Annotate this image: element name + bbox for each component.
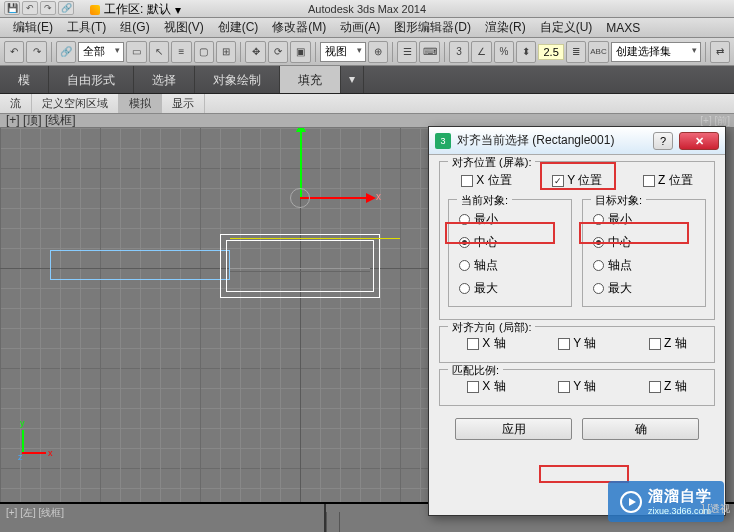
frame-label[interactable]: 2.5 bbox=[538, 44, 563, 60]
redo-icon[interactable]: ↷ bbox=[26, 41, 46, 63]
nameselset-icon[interactable]: ≣ bbox=[566, 41, 586, 63]
subtab-display[interactable]: 显示 bbox=[162, 94, 205, 113]
menu-maxscript[interactable]: MAXS bbox=[599, 19, 647, 37]
check-scale-z[interactable]: Z 轴 bbox=[649, 378, 687, 395]
menu-group[interactable]: 组(G) bbox=[113, 17, 156, 38]
radio-current-pivot[interactable]: 轴点 bbox=[459, 254, 561, 277]
qat-undo-icon[interactable]: ↶ bbox=[22, 1, 38, 15]
radio-target-max[interactable]: 最大 bbox=[593, 277, 695, 300]
help-button[interactable]: ? bbox=[653, 132, 673, 150]
ribbon-expand-icon[interactable]: ▾ bbox=[341, 66, 364, 93]
radio-current-max[interactable]: 最大 bbox=[459, 277, 561, 300]
gizmo-x-axis[interactable] bbox=[300, 197, 370, 199]
radio-current-center[interactable]: 中心 bbox=[459, 231, 561, 254]
separator bbox=[315, 42, 316, 62]
cursor-icon[interactable]: ↖ bbox=[149, 41, 169, 63]
object-edge bbox=[230, 268, 370, 272]
radio-current-min[interactable]: 最小 bbox=[459, 208, 561, 231]
link-icon[interactable]: 🔗 bbox=[56, 41, 76, 63]
axis-tripod: y x z bbox=[14, 422, 54, 462]
subtab-flow[interactable]: 流 bbox=[0, 94, 32, 113]
menu-customize[interactable]: 自定义(U) bbox=[533, 17, 600, 38]
group-title-position: 对齐位置 (屏幕): bbox=[448, 155, 535, 170]
menu-graph[interactable]: 图形编辑器(D) bbox=[387, 17, 478, 38]
subgroup-title: 目标对象: bbox=[591, 193, 646, 208]
subgroup-current: 当前对象: 最小 中心 轴点 最大 bbox=[448, 199, 572, 307]
rotate-icon[interactable]: ⟳ bbox=[268, 41, 288, 63]
pivot-icon[interactable]: ⊕ bbox=[368, 41, 388, 63]
check-orient-z[interactable]: Z 轴 bbox=[649, 335, 687, 352]
manip-icon[interactable]: ☰ bbox=[397, 41, 417, 63]
sub-ribbon: 流 定义空闲区域 模拟 显示 bbox=[0, 94, 734, 114]
radio-icon bbox=[459, 260, 470, 271]
radio-target-pivot[interactable]: 轴点 bbox=[593, 254, 695, 277]
workspace-icon bbox=[90, 5, 100, 15]
gizmo-origin[interactable] bbox=[290, 188, 310, 208]
select-rect-icon[interactable]: ▢ bbox=[194, 41, 214, 63]
viewport-label-persp[interactable]: ] [透视 bbox=[702, 502, 730, 516]
check-orient-y[interactable]: Y 轴 bbox=[558, 335, 596, 352]
check-z-position[interactable]: Z 位置 bbox=[643, 172, 693, 189]
psnap-icon[interactable]: % bbox=[494, 41, 514, 63]
group-align-position: 对齐位置 (屏幕): X 位置 ✓ Y 位置 Z 位置 bbox=[439, 161, 715, 320]
check-label: Z 轴 bbox=[664, 378, 687, 395]
window-crossing-icon[interactable]: ⊞ bbox=[216, 41, 236, 63]
radio-target-center[interactable]: 中心 bbox=[593, 231, 695, 254]
check-x-position[interactable]: X 位置 bbox=[461, 172, 511, 189]
abc-icon[interactable]: ABC bbox=[588, 41, 608, 63]
radio-target-min[interactable]: 最小 bbox=[593, 208, 695, 231]
menu-modifiers[interactable]: 修改器(M) bbox=[265, 17, 333, 38]
menu-animation[interactable]: 动画(A) bbox=[333, 17, 387, 38]
object-selected[interactable] bbox=[50, 250, 230, 280]
ribbon-tab-freeform[interactable]: 自由形式 bbox=[49, 66, 134, 93]
ok-button[interactable]: 确 bbox=[582, 418, 699, 440]
subtab-simulate[interactable]: 模拟 bbox=[119, 94, 162, 113]
snap-icon[interactable]: 3 bbox=[449, 41, 469, 63]
check-label: Y 轴 bbox=[573, 335, 596, 352]
menu-render[interactable]: 渲染(R) bbox=[478, 17, 533, 38]
filter-combo[interactable]: 全部 bbox=[78, 42, 124, 62]
check-label: Z 轴 bbox=[664, 335, 687, 352]
radio-label: 最小 bbox=[608, 211, 632, 228]
keymode-icon[interactable]: ⌨ bbox=[419, 41, 439, 63]
move-icon[interactable]: ✥ bbox=[245, 41, 265, 63]
selectionset-combo[interactable]: 创建选择集 bbox=[611, 42, 701, 62]
checkbox-icon bbox=[649, 381, 661, 393]
checkbox-icon: ✓ bbox=[552, 175, 564, 187]
asnap-icon[interactable]: ∠ bbox=[471, 41, 491, 63]
ribbon-tab-selection[interactable]: 选择 bbox=[134, 66, 195, 93]
menu-create[interactable]: 创建(C) bbox=[211, 17, 266, 38]
separator bbox=[51, 42, 52, 62]
menu-tools[interactable]: 工具(T) bbox=[60, 17, 113, 38]
menu-edit[interactable]: 编辑(E) bbox=[6, 17, 60, 38]
undo-icon[interactable]: ↶ bbox=[4, 41, 24, 63]
select-name-icon[interactable]: ≡ bbox=[171, 41, 191, 63]
check-y-position[interactable]: ✓ Y 位置 bbox=[552, 172, 602, 189]
menu-view[interactable]: 视图(V) bbox=[157, 17, 211, 38]
ribbon-tab-populate[interactable]: 填充 bbox=[280, 66, 341, 93]
apply-button[interactable]: 应用 bbox=[455, 418, 572, 440]
check-label: Z 位置 bbox=[658, 172, 693, 189]
ribbon-tab-modeling[interactable]: 模 bbox=[0, 66, 49, 93]
qat-link-icon[interactable]: 🔗 bbox=[58, 1, 74, 15]
qat-save-icon[interactable]: 💾 bbox=[4, 1, 20, 15]
close-button[interactable]: ✕ bbox=[679, 132, 719, 150]
viewport-label-top[interactable]: [+] [顶] [线框] bbox=[6, 112, 76, 129]
workspace-switcher[interactable]: 工作区: 默认 ▾ bbox=[90, 1, 181, 18]
select-icon[interactable]: ▭ bbox=[126, 41, 146, 63]
ribbon-tab-objpaint[interactable]: 对象绘制 bbox=[195, 66, 280, 93]
refcoord-combo[interactable]: 视图 bbox=[320, 42, 366, 62]
check-scale-y[interactable]: Y 轴 bbox=[558, 378, 596, 395]
quick-access-toolbar: 💾 ↶ ↷ 🔗 bbox=[0, 0, 78, 16]
mirror-icon[interactable]: ⇄ bbox=[710, 41, 730, 63]
check-scale-x[interactable]: X 轴 bbox=[467, 378, 505, 395]
subtab-idle[interactable]: 定义空闲区域 bbox=[32, 94, 119, 113]
qat-redo-icon[interactable]: ↷ bbox=[40, 1, 56, 15]
spinner-snap-icon[interactable]: ⬍ bbox=[516, 41, 536, 63]
scale-icon[interactable]: ▣ bbox=[290, 41, 310, 63]
tripod-y-label: y bbox=[20, 418, 25, 428]
object-rectangle-inner[interactable] bbox=[226, 240, 374, 292]
dialog-titlebar[interactable]: 3 对齐当前选择 (Rectangle001) ? ✕ bbox=[429, 127, 725, 155]
check-orient-x[interactable]: X 轴 bbox=[467, 335, 505, 352]
viewport-label-left[interactable]: [+] [左] [线框] bbox=[6, 506, 64, 520]
